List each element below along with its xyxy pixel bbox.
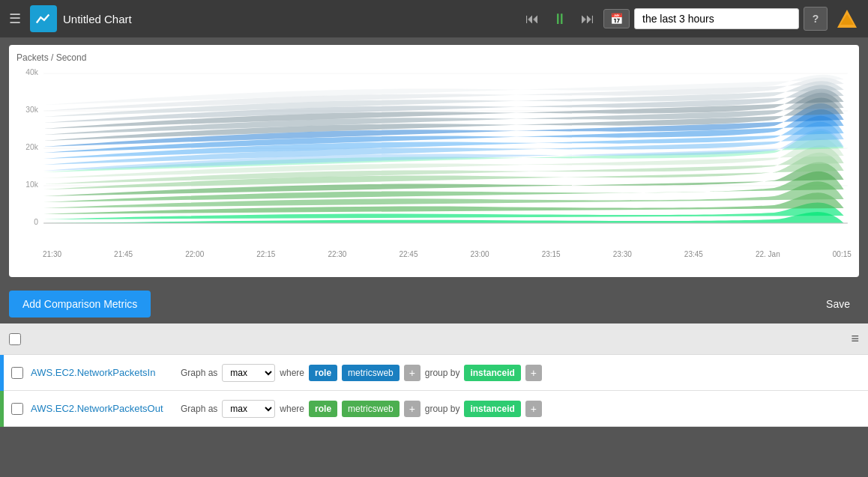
add-comparison-metrics-button[interactable]: Add Comparison Metrics — [9, 291, 151, 318]
group-by-tag[interactable]: instanceid — [464, 401, 520, 417]
aggregation-select[interactable]: max min avg sum — [222, 400, 275, 418]
table-row: AWS.EC2.NetworkPacketsIn Graph as max mi… — [0, 355, 868, 391]
filter-key-tag[interactable]: role — [309, 365, 337, 381]
svg-text:0: 0 — [34, 218, 38, 226]
help-button[interactable]: ? — [804, 7, 828, 31]
table-row: AWS.EC2.NetworkPacketsOut Graph as max m… — [0, 391, 868, 427]
app-logo — [30, 5, 57, 32]
where-label: where — [280, 368, 304, 378]
row-indicator — [0, 391, 4, 427]
add-filter-button[interactable]: + — [404, 365, 421, 381]
chart-title: Untitled Chart — [63, 13, 515, 25]
chart-wrapper: Packets / Second 40k 30k 20k 10k 0 — [9, 45, 859, 277]
svg-text:30k: 30k — [25, 106, 39, 114]
x-tick: 23:30 — [613, 250, 632, 258]
svg-text:40k: 40k — [25, 68, 39, 76]
app-header: ☰ Untitled Chart ⏮ ⏸ ⏭ 📅 ? — [0, 0, 868, 37]
add-group-button[interactable]: + — [525, 401, 542, 417]
add-filter-button[interactable]: + — [404, 401, 421, 417]
x-tick: 23:00 — [471, 250, 489, 258]
header-controls: ⏮ ⏸ ⏭ 📅 ? — [521, 5, 862, 32]
metrics-toolbar: Add Comparison Metrics Save — [0, 285, 868, 323]
metric-name[interactable]: AWS.EC2.NetworkPacketsIn — [31, 367, 181, 378]
metrics-menu-icon[interactable]: ≡ — [851, 331, 859, 347]
metric-name[interactable]: AWS.EC2.NetworkPacketsOut — [31, 403, 181, 414]
metrics-list-header: ≡ — [0, 323, 868, 355]
metrics-list: ≡ AWS.EC2.NetworkPacketsIn Graph as max … — [0, 323, 868, 427]
chart-svg: 40k 30k 20k 10k 0 — [16, 66, 852, 246]
time-range-input[interactable] — [634, 8, 799, 29]
metric-row-controls: Graph as max min avg sum where role metr… — [181, 364, 868, 382]
row-indicator — [0, 355, 4, 391]
x-tick: 21:45 — [114, 250, 133, 258]
graph-as-label: Graph as — [181, 404, 217, 414]
aggregation-select[interactable]: max min avg sum — [222, 364, 275, 382]
svg-text:20k: 20k — [25, 143, 39, 151]
chart-area: 40k 30k 20k 10k 0 — [16, 66, 852, 261]
y-axis-label: Packets / Second — [16, 52, 852, 63]
metric-row-controls: Graph as max min avg sum where role metr… — [181, 400, 868, 418]
pause-button[interactable]: ⏸ — [548, 7, 572, 31]
x-tick: 22:30 — [328, 250, 346, 258]
graph-as-label: Graph as — [181, 368, 217, 378]
group-by-label: group by — [425, 368, 460, 378]
select-all-checkbox[interactable] — [9, 333, 21, 345]
row-checkbox[interactable] — [11, 403, 23, 415]
calendar-button[interactable]: 📅 — [603, 9, 630, 28]
x-tick: 22. Jan — [756, 250, 780, 258]
x-tick: 23:45 — [684, 250, 703, 258]
row-checkbox[interactable] — [11, 367, 23, 379]
x-tick: 22:15 — [256, 250, 275, 258]
chart-container: Packets / Second 40k 30k 20k 10k 0 — [0, 37, 868, 285]
x-tick: 22:45 — [399, 250, 418, 258]
filter-key-tag[interactable]: role — [309, 401, 337, 417]
x-tick: 00:15 — [833, 250, 852, 258]
group-by-label: group by — [425, 404, 460, 414]
group-by-tag[interactable]: instanceid — [464, 365, 520, 381]
x-tick: 22:00 — [185, 250, 204, 258]
add-group-button[interactable]: + — [525, 365, 542, 381]
rewind-button[interactable]: ⏮ — [521, 8, 543, 30]
svg-text:10k: 10k — [25, 180, 39, 189]
x-tick: 23:15 — [542, 250, 561, 258]
x-axis: 21:30 21:45 22:00 22:15 22:30 22:45 23:0… — [16, 249, 852, 258]
hamburger-menu-icon[interactable]: ☰ — [6, 7, 24, 30]
x-tick: 21:30 — [43, 250, 61, 258]
fast-forward-button[interactable]: ⏭ — [576, 8, 599, 30]
where-label: where — [280, 404, 304, 414]
brand-logo — [832, 5, 862, 32]
save-button[interactable]: Save — [817, 292, 859, 316]
filter-value-tag[interactable]: metricsweb — [342, 365, 400, 381]
filter-value-tag[interactable]: metricsweb — [342, 401, 400, 417]
